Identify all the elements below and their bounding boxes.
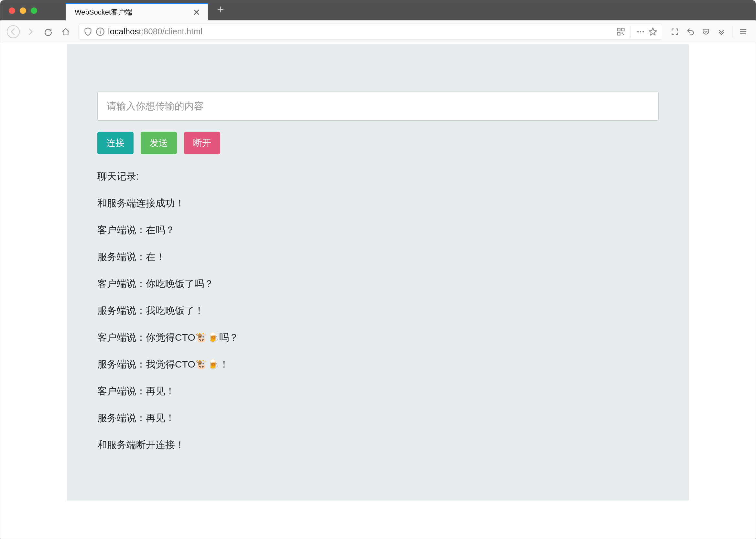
chat-log-title: 聊天记录: — [97, 170, 659, 183]
chat-log-line: 服务端说：我吃晚饭了！ — [97, 304, 659, 317]
svg-rect-6 — [618, 32, 620, 35]
menu-icon[interactable] — [736, 25, 750, 38]
browser-tab[interactable]: WebSocket客户端 ✕ — [66, 3, 208, 20]
browser-window: WebSocket客户端 ✕ ＋ localhost:8080/client.h… — [0, 0, 756, 539]
separator — [631, 26, 631, 38]
svg-point-0 — [7, 26, 19, 38]
window-minimize-button[interactable] — [20, 7, 26, 14]
connect-button[interactable]: 连接 — [97, 132, 134, 154]
new-tab-button[interactable]: ＋ — [215, 2, 226, 17]
chat-log-line: 客户端说：再见！ — [97, 385, 659, 398]
more-icon[interactable] — [636, 27, 645, 36]
reload-icon — [44, 28, 52, 36]
pocket-icon[interactable] — [699, 25, 713, 38]
url-path: /client.html — [162, 27, 202, 36]
svg-rect-7 — [621, 32, 623, 34]
reload-button[interactable] — [41, 25, 55, 39]
svg-point-3 — [100, 30, 101, 31]
tab-close-icon[interactable]: ✕ — [191, 7, 202, 18]
chat-log-line: 和服务端断开连接！ — [97, 438, 659, 452]
forward-button[interactable] — [24, 25, 38, 39]
svg-point-9 — [637, 31, 639, 32]
screenshot-icon[interactable] — [668, 25, 682, 38]
svg-rect-8 — [623, 34, 624, 35]
url-port: :8080 — [141, 27, 162, 36]
overflow-icon[interactable] — [715, 25, 728, 38]
svg-rect-4 — [618, 28, 620, 31]
bookmark-star-icon[interactable] — [648, 27, 657, 36]
home-button[interactable] — [58, 25, 73, 39]
window-maximize-button[interactable] — [31, 7, 37, 14]
url-host: localhost — [108, 27, 141, 36]
url-text: localhost:8080/client.html — [108, 27, 613, 37]
home-icon — [61, 28, 70, 36]
chat-log-line: 服务端说：再见！ — [97, 412, 659, 425]
window-controls — [9, 7, 37, 14]
back-icon — [6, 25, 20, 38]
url-bar[interactable]: localhost:8080/client.html — [79, 24, 662, 40]
undo-icon[interactable] — [684, 25, 697, 38]
chat-log-line: 客户端说：你吃晚饭了吗？ — [97, 277, 659, 290]
svg-point-10 — [640, 31, 642, 32]
shield-icon[interactable] — [83, 27, 93, 36]
svg-rect-5 — [621, 28, 624, 31]
page-viewport: 连接 发送 断开 聊天记录: 和服务端连接成功！ 客户端说：在吗？ 服务端说：在… — [0, 43, 756, 539]
chat-log-line: 客户端说：在吗？ — [97, 224, 659, 237]
chat-log-line: 和服务端连接成功！ — [97, 197, 659, 210]
disconnect-button[interactable]: 断开 — [184, 132, 220, 154]
tab-title: WebSocket客户端 — [75, 7, 132, 17]
forward-icon — [27, 28, 35, 36]
chat-log-line: 服务端说：我觉得CTO🐮🍺！ — [97, 358, 659, 371]
chat-log-line: 客户端说：你觉得CTO🐮🍺吗？ — [97, 331, 659, 344]
toolbar-icons — [668, 25, 750, 38]
message-input[interactable] — [97, 92, 659, 121]
qr-icon[interactable] — [616, 27, 625, 36]
tab-bar: WebSocket客户端 ✕ ＋ — [0, 0, 756, 20]
send-button[interactable]: 发送 — [141, 132, 177, 154]
separator — [732, 26, 732, 38]
svg-point-11 — [643, 31, 644, 32]
chat-panel: 连接 发送 断开 聊天记录: 和服务端连接成功！ 客户端说：在吗？ 服务端说：在… — [67, 44, 689, 501]
window-close-button[interactable] — [9, 7, 15, 14]
info-icon[interactable] — [96, 27, 105, 36]
chat-log-line: 服务端说：在！ — [97, 250, 659, 264]
button-row: 连接 发送 断开 — [97, 132, 659, 154]
browser-toolbar: localhost:8080/client.html — [0, 20, 756, 43]
back-button[interactable] — [6, 25, 20, 39]
